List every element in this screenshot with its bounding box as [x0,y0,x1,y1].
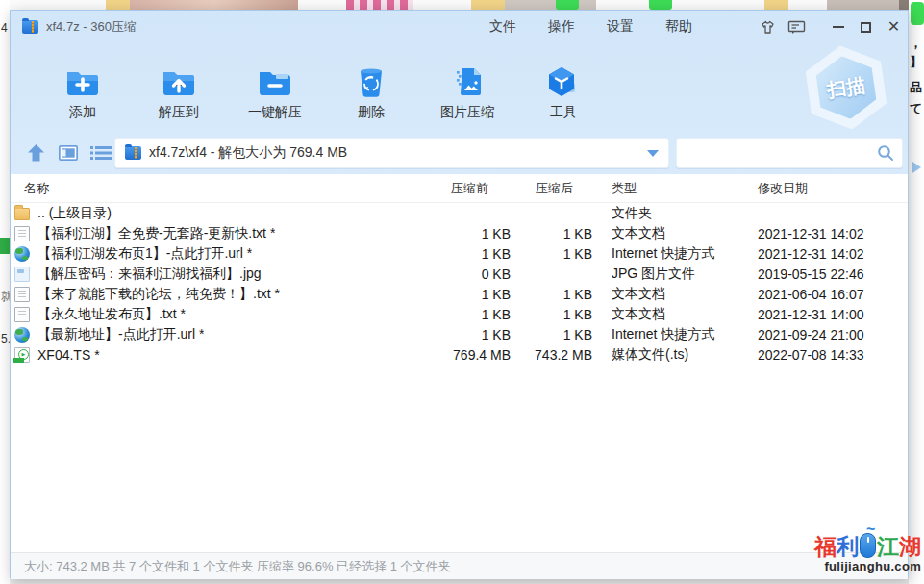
file-date: 2021-09-24 21:00 [739,327,908,343]
size-before: 0 KB [429,267,511,282]
360zip-window: xf4.7z - 360压缩 文件 操作 设置 帮助 ✕ 添加 [10,10,909,578]
size-before: 1 KB [429,287,511,302]
address-path: xf4.7z\xf4 - 解包大小为 769.4 MB [149,144,639,162]
column-before-compress[interactable]: 压缩前 [429,180,511,197]
watermark-char: 湖 [899,536,921,558]
list-body: .. (上级目录) 文件夹 【福利江湖】全免费-无套路-更新快.txt * 1 … [11,203,908,365]
address-row: xf4.7z\xf4 - 解包大小为 769.4 MB [11,132,908,174]
text-file-icon [14,226,30,241]
file-type: JPG 图片文件 [592,266,739,283]
column-name[interactable]: 名称 [11,180,429,197]
file-type: 文本文档 [592,306,739,323]
file-date: 2021-12-31 14:00 [739,307,908,322]
size-before: 1 KB [429,307,511,322]
watermark-char: 福 [814,536,837,558]
file-row[interactable]: 【福利江湖】全免费-无套路-更新快.txt * 1 KB 1 KB 文本文档 2… [11,223,908,243]
column-date[interactable]: 修改日期 [739,180,908,197]
file-name: XF04.TS * [37,347,100,363]
one-click-extract-button[interactable]: 一键解压 [227,43,323,132]
menu-help[interactable]: 帮助 [665,18,692,36]
add-button[interactable]: 添加 [35,43,131,132]
file-type: 文本文档 [592,225,739,242]
file-name: 【永久地址发布页】.txt * [37,306,186,323]
file-list: 名称 压缩前 压缩后 类型 修改日期 .. (上级目录) 文件夹 【福利江湖】全… [11,174,908,552]
archive-path-icon [125,146,141,160]
size-before: 1 KB [429,246,511,262]
feedback-icon[interactable] [782,13,811,41]
background-blue-pointer [912,162,921,173]
fulijianghu-watermark: 福利江湖 fulijianghu.com [814,525,921,573]
list-view-icon[interactable] [89,141,112,165]
close-button[interactable]: ✕ [880,13,908,41]
size-before: 1 KB [429,226,511,241]
size-after: 1 KB [511,327,592,343]
image-compress-button[interactable]: 图片压缩 [419,43,515,132]
tools-button[interactable]: 工具 [515,43,612,132]
file-row[interactable]: 【来了就能下载的论坛，纯免费！】.txt * 1 KB 1 KB 文本文档 20… [11,284,908,304]
column-type[interactable]: 类型 [592,180,739,197]
trash-icon [357,58,386,98]
desktop-background-top [0,0,924,10]
file-type: 文件夹 [592,205,739,222]
menu-operation[interactable]: 操作 [548,18,575,36]
background-green-bar [0,238,10,254]
background-window-left-sliver: 4 就 5. [0,0,10,584]
file-type: Internet 快捷方式 [592,326,739,343]
file-row[interactable]: 【永久地址发布页】.txt * 1 KB 1 KB 文本文档 2021-12-3… [11,304,908,324]
archive-app-icon [22,20,38,34]
watermark-char: 江 [877,536,899,558]
size-before: 769.4 MB [429,347,511,363]
address-bar[interactable]: xf4.7z\xf4 - 解包大小为 769.4 MB [114,138,669,168]
up-directory-icon[interactable] [24,141,47,165]
delete-button[interactable]: 删除 [323,43,419,132]
column-after-compress[interactable]: 压缩后 [511,180,592,197]
size-after: 743.2 MB [511,347,592,363]
scan-label: 扫描 [825,72,866,103]
folder-icon [14,208,30,220]
menu-file[interactable]: 文件 [489,18,516,36]
minimize-button[interactable] [824,13,852,41]
text-file-icon [14,307,30,322]
menubar: 文件 操作 设置 帮助 [489,11,692,43]
tools-cube-icon [546,58,581,98]
internet-shortcut-icon [14,246,30,262]
image-file-icon [14,267,30,282]
file-name: 【解压密码：来福利江湖找福利】.jpg [37,266,262,283]
size-after: 1 KB [511,287,592,302]
file-name: 【来了就能下载的论坛，纯免费！】.txt * [37,286,280,303]
file-row[interactable]: .. (上级目录) 文件夹 [11,203,908,223]
search-icon [877,144,894,162]
file-date: 2022-07-08 14:33 [739,347,908,363]
file-row[interactable]: 【解压密码：来福利江湖找福利】.jpg 0 KB JPG 图片文件 2019-0… [11,264,908,284]
file-type: 媒体文件(.ts) [592,346,739,364]
size-after: 1 KB [511,246,592,262]
titlebar[interactable]: xf4.7z - 360压缩 文件 操作 设置 帮助 ✕ [11,11,908,43]
file-row[interactable]: XF04.TS * 769.4 MB 743.2 MB 媒体文件(.ts) 20… [11,344,908,365]
internet-shortcut-icon [14,327,30,343]
toolbar: 添加 解压到 一键解压 删除 图片压缩 [11,43,908,132]
scan-badge[interactable]: 扫描 [796,39,895,136]
file-date: 2021-12-31 14:02 [739,246,908,262]
size-after: 1 KB [511,307,592,322]
file-row[interactable]: 【福利江湖发布页1】-点此打开.url * 1 KB 1 KB Internet… [11,243,908,264]
background-green-app-icon [911,2,924,25]
watermark-char: 利 [837,536,859,558]
file-date: 2021-12-31 14:02 [739,226,908,241]
file-name: .. (上级目录) [37,205,112,222]
image-file-tool-icon [450,58,485,98]
skin-tshirt-icon[interactable] [753,13,782,41]
list-header: 名称 压缩前 压缩后 类型 修改日期 [11,174,908,203]
menu-settings[interactable]: 设置 [607,18,634,36]
search-input[interactable] [685,146,877,161]
status-bar: 大小: 743.2 MB 共 7 个文件和 1 个文件夹 压缩率 96.6% 已… [11,552,908,579]
file-row[interactable]: 【最新地址】-点此打开.url * 1 KB 1 KB Internet 快捷方… [11,324,908,344]
mouse-icon [860,533,876,558]
file-name: 【最新地址】-点此打开.url * [37,326,204,343]
search-box[interactable] [676,138,903,168]
file-date: 2019-05-15 22:46 [739,267,908,282]
maximize-button[interactable] [852,13,880,41]
address-dropdown-arrow[interactable] [647,150,659,157]
extract-to-button[interactable]: 解压到 [131,43,227,132]
view-mode-icon[interactable] [57,141,80,165]
size-after: 1 KB [511,226,592,241]
